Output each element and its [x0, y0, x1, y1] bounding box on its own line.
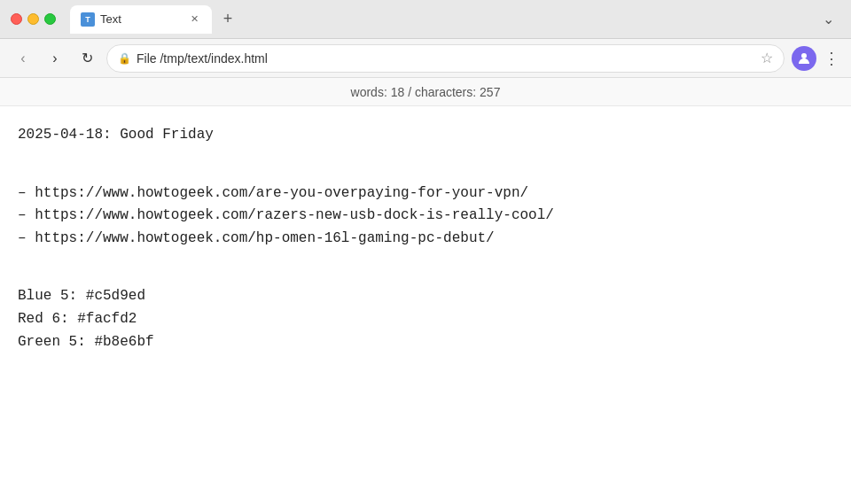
address-bar: ‹ › ↻ 🔒 File /tmp/text/index.html ☆ ⋮ — [0, 39, 851, 78]
content-line: – https://www.howtogeek.com/hp-omen-16l-… — [18, 228, 833, 251]
url-protocol: File /tmp/text/index.html — [137, 51, 755, 66]
new-tab-button[interactable]: + — [215, 7, 240, 32]
window-controls — [11, 13, 56, 25]
back-button[interactable]: ‹ — [11, 46, 35, 71]
address-bar-actions: ⋮ — [792, 46, 840, 71]
content-line: 2025-04-18: Good Friday — [18, 124, 833, 147]
content-line: – https://www.howtogeek.com/are-you-over… — [18, 182, 833, 205]
content-line: Green 5: #b8e6bf — [18, 331, 833, 354]
content-blank-line — [18, 250, 833, 268]
forward-button[interactable]: › — [43, 46, 67, 71]
content-blank-line — [18, 268, 833, 285]
tab-close-button[interactable]: ✕ — [187, 12, 201, 27]
lock-icon: 🔒 — [118, 52, 131, 65]
content-area: 2025-04-18: Good Friday– https://www.how… — [0, 106, 851, 504]
close-button[interactable] — [11, 13, 22, 25]
profile-avatar[interactable] — [792, 46, 816, 71]
content-line: Blue 5: #c5d9ed — [18, 285, 833, 308]
content-line: – https://www.howtogeek.com/razers-new-u… — [18, 205, 833, 228]
word-char-count: words: 18 / characters: 257 — [351, 85, 501, 99]
tab-list-chevron[interactable]: ⌄ — [816, 7, 840, 32]
title-bar: T Text ✕ + ⌄ — [0, 0, 851, 39]
tab-label: Text — [100, 12, 182, 26]
active-tab[interactable]: T Text ✕ — [70, 5, 212, 34]
tab-bar: T Text ✕ + ⌄ — [70, 5, 840, 34]
tab-favicon: T — [81, 12, 95, 27]
maximize-button[interactable] — [44, 13, 56, 25]
minimize-button[interactable] — [27, 13, 39, 25]
status-bar: words: 18 / characters: 257 — [0, 78, 851, 106]
reload-button[interactable]: ↻ — [74, 46, 99, 71]
content-line: Red 6: #facfd2 — [18, 308, 833, 331]
content-blank-line — [18, 165, 833, 182]
url-path: /tmp/text/index.html — [160, 51, 267, 66]
browser-menu-button[interactable]: ⋮ — [824, 49, 840, 68]
content-blank-line — [18, 147, 833, 165]
svg-point-0 — [801, 53, 807, 58]
url-protocol-label: File — [137, 51, 157, 66]
bookmark-icon[interactable]: ☆ — [761, 50, 773, 66]
url-bar[interactable]: 🔒 File /tmp/text/index.html ☆ — [106, 44, 785, 73]
